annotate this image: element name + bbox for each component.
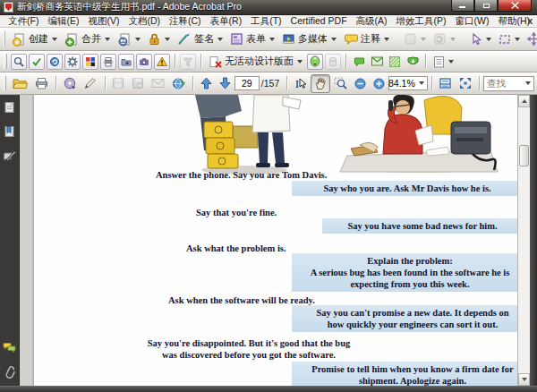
snapshot-marquee-tool[interactable] bbox=[495, 30, 524, 48]
output-folder-button[interactable] bbox=[118, 54, 134, 70]
printer-icon bbox=[103, 56, 114, 67]
design-layout-selector[interactable]: 无活动设计版面 bbox=[205, 52, 306, 71]
previous-page-button[interactable] bbox=[197, 74, 216, 92]
scrollbar-track[interactable] bbox=[518, 107, 530, 373]
color-swatches-button[interactable] bbox=[82, 54, 98, 70]
magnifier-icon bbox=[13, 56, 24, 67]
comment-button[interactable]: 注释 bbox=[340, 30, 393, 48]
zoom-out-button[interactable] bbox=[351, 75, 370, 92]
multimedia-icon bbox=[282, 32, 295, 46]
bookmarks-panel-button[interactable] bbox=[3, 124, 16, 138]
floppy-save-icon bbox=[112, 77, 124, 89]
zoom-level-selector[interactable]: 84.1% bbox=[388, 76, 428, 90]
chevron-down-icon bbox=[331, 38, 337, 41]
text-select-icon: I bbox=[294, 77, 307, 89]
comments-bubbles-icon bbox=[3, 342, 16, 354]
create-button[interactable]: 创建 bbox=[8, 30, 61, 49]
menu-item[interactable]: 编辑(E) bbox=[43, 15, 83, 28]
window-bottom-border bbox=[0, 386, 537, 392]
rotate-left-icon bbox=[404, 32, 417, 46]
certified-comment-button[interactable] bbox=[351, 54, 367, 70]
certified-compare-button[interactable] bbox=[387, 54, 403, 70]
toolbar-separator bbox=[286, 76, 287, 91]
pages-panel-button[interactable] bbox=[3, 100, 16, 114]
title-bar: 新剑桥商务英语中级学生用书.pdf - Adobe Acrobat Pro bbox=[0, 0, 537, 15]
multimedia-button[interactable]: 多媒体 bbox=[278, 30, 340, 48]
menu-item[interactable]: 视图(V) bbox=[83, 15, 124, 28]
certified-send-button[interactable] bbox=[369, 54, 385, 70]
toolbar-grip bbox=[4, 31, 5, 47]
open-button[interactable] bbox=[9, 74, 31, 92]
find-input[interactable] bbox=[487, 78, 524, 89]
menu-item[interactable]: 工具(T) bbox=[246, 15, 286, 28]
hand-tool[interactable] bbox=[311, 74, 330, 93]
share-button[interactable] bbox=[114, 30, 144, 49]
page-number-input[interactable] bbox=[234, 76, 260, 90]
warning-triangle-icon bbox=[157, 56, 167, 67]
print-button[interactable] bbox=[31, 74, 52, 92]
maximize-button[interactable] bbox=[474, 0, 498, 12]
menu-item[interactable]: 高级(A) bbox=[352, 15, 392, 28]
document-area[interactable]: Answer the phone. Say you are Tom Davis.… bbox=[20, 95, 517, 386]
toolbar-separator bbox=[479, 76, 480, 91]
vertical-scrollbar[interactable] bbox=[517, 95, 530, 386]
menu-item[interactable]: Certified PDF bbox=[286, 15, 352, 28]
layout-pages-button bbox=[325, 54, 341, 70]
email-envelope-icon bbox=[151, 78, 165, 89]
layers-panel-button[interactable] bbox=[3, 149, 16, 162]
select-object-tool[interactable] bbox=[466, 30, 495, 48]
triangle-down-icon bbox=[522, 378, 527, 381]
scrollbar-thumb[interactable] bbox=[519, 145, 529, 166]
illustration-warehouse-man bbox=[168, 95, 311, 177]
move-tool[interactable] bbox=[524, 30, 537, 48]
combine-button[interactable]: 合并 bbox=[61, 30, 114, 49]
action-list-button[interactable] bbox=[64, 54, 81, 70]
navigate-layout-button[interactable] bbox=[307, 54, 323, 70]
security-button[interactable] bbox=[144, 30, 174, 48]
inspector-button[interactable] bbox=[11, 54, 27, 70]
close-button[interactable] bbox=[498, 0, 532, 12]
pitstop-toolbar: 无活动设计版面 bbox=[0, 51, 537, 72]
upload-documents-button[interactable] bbox=[168, 74, 189, 93]
zoom-in-button[interactable] bbox=[370, 75, 388, 92]
minimize-button[interactable] bbox=[451, 0, 474, 12]
close-document-button[interactable]: x bbox=[527, 16, 533, 26]
menu-item[interactable]: 增效工具(P) bbox=[392, 15, 451, 28]
menu-bar: 文件(F)编辑(E)视图(V)文档(D)注释(C)表单(R)工具(T)Certi… bbox=[0, 15, 537, 28]
menu-item[interactable]: 表单(R) bbox=[206, 15, 247, 28]
page-properties-button[interactable] bbox=[430, 53, 457, 71]
attachments-panel-button[interactable] bbox=[3, 365, 16, 379]
menu-item[interactable]: 窗口(W) bbox=[451, 15, 494, 28]
floppy-certify-icon bbox=[132, 77, 144, 89]
navigation-pane bbox=[0, 95, 20, 386]
checkmark-icon bbox=[31, 56, 42, 67]
certified-verify-button[interactable] bbox=[405, 54, 421, 70]
forms-button[interactable]: 表单 bbox=[226, 30, 278, 48]
fullscreen-button[interactable] bbox=[456, 74, 475, 92]
illustration-phone-caller bbox=[338, 95, 499, 174]
select-text-tool[interactable]: I bbox=[291, 74, 311, 92]
preflight-check-button[interactable] bbox=[29, 54, 45, 70]
scroll-up-button[interactable] bbox=[518, 95, 530, 107]
window-title: 新剑桥商务英语中级学生用书.pdf - Adobe Acrobat Pro bbox=[17, 1, 242, 13]
funnel-icon bbox=[183, 56, 193, 67]
print-profile-button[interactable] bbox=[100, 54, 116, 70]
scan-button[interactable] bbox=[81, 74, 101, 92]
alerts-button[interactable] bbox=[154, 54, 170, 70]
hand-icon bbox=[314, 77, 327, 90]
sign-button[interactable]: 签名 bbox=[174, 30, 226, 49]
convert-media-button[interactable] bbox=[60, 74, 81, 93]
combine-files-icon bbox=[64, 32, 79, 47]
menu-item[interactable]: 注释(C) bbox=[165, 15, 206, 28]
comments-panel-button[interactable] bbox=[3, 341, 16, 354]
scroll-down-button[interactable] bbox=[518, 373, 530, 386]
dialogue-plain-line: Say you're disappointed. But it's good t… bbox=[140, 337, 358, 361]
zoom-marquee-tool[interactable] bbox=[330, 74, 351, 92]
find-box[interactable] bbox=[483, 76, 534, 91]
menu-item[interactable]: 文档(D) bbox=[124, 15, 165, 28]
menu-item[interactable]: 文件(F) bbox=[4, 15, 43, 28]
next-page-button[interactable] bbox=[216, 74, 234, 92]
global-change-button[interactable] bbox=[47, 54, 63, 70]
snapshot-button[interactable] bbox=[136, 54, 152, 70]
scrolling-mode-button[interactable] bbox=[435, 74, 456, 92]
